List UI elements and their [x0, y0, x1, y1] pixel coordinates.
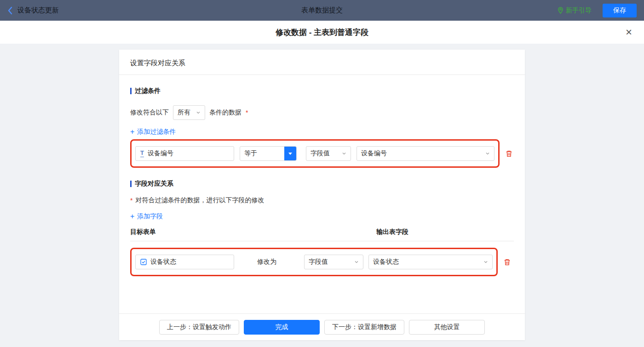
mapping-description-row: * 对符合过滤条件的数据，进行以下字段的修改: [130, 196, 514, 205]
section-marker: [130, 181, 132, 187]
back-icon[interactable]: [7, 6, 13, 15]
other-settings-button[interactable]: 其他设置: [409, 320, 485, 335]
condition-row: 修改符合以下 所有 条件的数据 *: [130, 105, 514, 120]
chevron-down-icon[interactable]: [284, 147, 296, 160]
operator-select[interactable]: 等于: [240, 146, 297, 161]
topbar-actions: 新手引导 保存: [558, 4, 637, 17]
delete-filter-row-icon[interactable]: [505, 150, 513, 158]
topbar-title: 表单数据提交: [0, 6, 644, 15]
card-body: 过滤条件 修改符合以下 所有 条件的数据 * + 添加过滤条件: [119, 75, 525, 313]
chevron-down-icon: [354, 260, 359, 264]
mapping-section-title: 字段对应关系: [130, 180, 514, 188]
page-background: 设置字段对应关系 过滤条件 修改符合以下 所有 条件的数据 * +: [0, 44, 644, 347]
beginner-guide-label: 新手引导: [566, 6, 592, 15]
chevron-down-icon: [483, 260, 488, 264]
filter-section-label: 过滤条件: [135, 87, 161, 95]
filter-field-value: 设备编号: [148, 149, 173, 158]
required-asterisk: *: [130, 197, 132, 204]
chevron-down-icon: [485, 151, 490, 156]
save-button[interactable]: 保存: [603, 4, 637, 17]
plus-icon: +: [130, 213, 134, 220]
filter-field-input[interactable]: T 设备编号: [135, 146, 234, 161]
add-filter-condition-link[interactable]: + 添加过滤条件: [130, 128, 176, 136]
card-footer: 上一步：设置触发动作 完成 下一步：设置新增数据 其他设置: [119, 313, 525, 340]
match-mode-value: 所有: [178, 108, 190, 117]
next-step-button[interactable]: 下一步：设置新增数据: [324, 320, 404, 335]
match-mode-select[interactable]: 所有: [173, 105, 205, 120]
prev-step-button[interactable]: 上一步：设置触发动作: [159, 320, 239, 335]
value-type-select[interactable]: 字段值: [306, 146, 351, 161]
mapping-value-field-value: 设备状态: [373, 258, 399, 266]
filter-row-highlight: T 设备编号 等于 字段值 设备编号: [130, 139, 500, 168]
modal-title: 修改数据 - 主表到普通字段: [276, 27, 368, 38]
add-filter-condition-label: 添加过滤条件: [137, 128, 176, 136]
section-marker: [130, 88, 132, 94]
modal-header: 修改数据 - 主表到普通字段 ×: [0, 21, 644, 44]
modify-to-label: 修改为: [257, 258, 276, 266]
delete-mapping-row-icon[interactable]: [503, 258, 511, 266]
chevron-down-icon: [342, 151, 346, 156]
column-output-field: 输出表字段: [376, 228, 408, 236]
select-field-icon: [140, 259, 147, 265]
value-field-select[interactable]: 设备编号: [356, 146, 494, 161]
mapping-value-type-select[interactable]: 字段值: [304, 255, 363, 269]
chevron-down-icon: [196, 110, 201, 115]
topbar: 设备状态更新 表单数据提交 新手引导 保存: [0, 0, 644, 21]
text-field-icon: T: [140, 150, 144, 157]
column-target-form: 目标表单: [130, 228, 376, 236]
add-field-label: 添加字段: [137, 212, 163, 221]
value-field-value: 设备编号: [361, 149, 387, 158]
filter-section-title: 过滤条件: [130, 87, 514, 95]
condition-suffix-text: 条件的数据: [209, 108, 242, 117]
value-type-value: 字段值: [310, 149, 330, 158]
card-header-title: 设置字段对应关系: [119, 50, 525, 75]
filter-row: T 设备编号 等于 字段值 设备编号: [130, 139, 514, 168]
mapping-section-label: 字段对应关系: [135, 180, 173, 188]
mapping-value-field-select[interactable]: 设备状态: [368, 255, 493, 269]
condition-prefix-text: 修改符合以下: [130, 108, 169, 117]
mapping-column-headers: 目标表单 输出表字段: [130, 228, 514, 241]
plus-icon: +: [130, 128, 134, 136]
location-pin-icon: [558, 7, 564, 14]
mapping-row: 设备状态 修改为 字段值 设备状态: [130, 248, 514, 276]
caret-glyph: [288, 153, 292, 155]
operator-value: 等于: [244, 149, 257, 158]
add-field-link[interactable]: + 添加字段: [130, 212, 163, 221]
close-icon[interactable]: ×: [626, 27, 632, 38]
page-title: 设备状态更新: [17, 6, 59, 15]
target-field-input[interactable]: 设备状态: [135, 255, 234, 269]
mapping-description-text: 对符合过滤条件的数据，进行以下字段的修改: [135, 196, 264, 205]
done-button[interactable]: 完成: [244, 320, 320, 335]
target-field-value: 设备状态: [150, 258, 176, 266]
mapping-value-type-value: 字段值: [309, 258, 328, 266]
beginner-guide-link[interactable]: 新手引导: [558, 6, 592, 15]
back-nav[interactable]: 设备状态更新: [7, 6, 59, 15]
required-asterisk: *: [246, 109, 248, 116]
mapping-row-highlight: 设备状态 修改为 字段值 设备状态: [130, 248, 498, 276]
settings-card: 设置字段对应关系 过滤条件 修改符合以下 所有 条件的数据 * +: [119, 50, 525, 340]
